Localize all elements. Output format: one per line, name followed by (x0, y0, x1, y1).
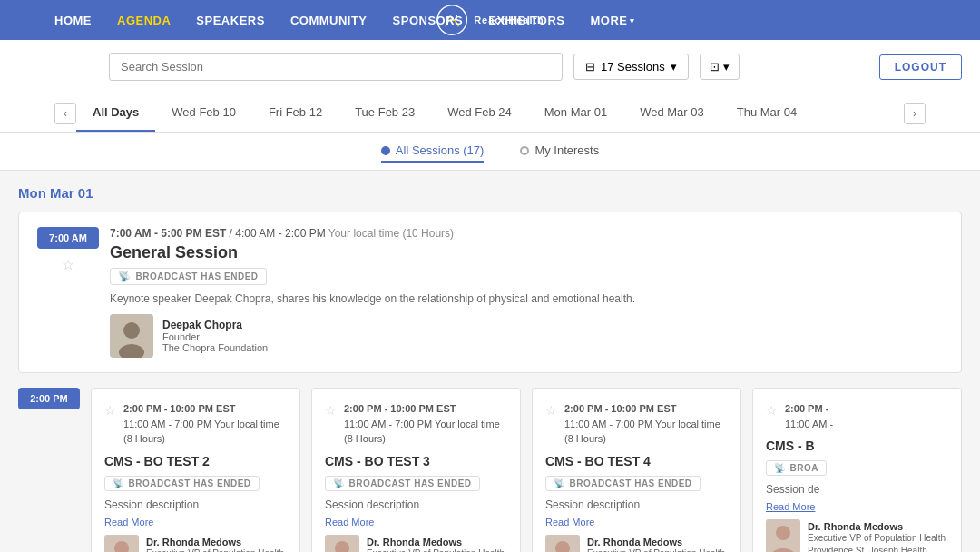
speaker-avatar-0 (104, 535, 139, 553)
navbar: ReachHealth HOME AGENDA SPEAKERS COMMUNI… (0, 0, 980, 40)
speaker-info-0: Dr. Rhonda Medows Executive VP of Popula… (146, 537, 284, 553)
session-card-header-1: ☆ 2:00 PM - 10:00 PM EST 11:00 AM - 7:00… (325, 401, 507, 447)
broadcast-badge-3: 📡 BROA (766, 460, 827, 476)
main-content: Mon Mar 01 7:00 AM ☆ 7:00 AM - 5:00 PM E… (0, 171, 980, 552)
speaker-avatar (110, 314, 153, 358)
nav-exhibitors[interactable]: EXHIBITORS (488, 14, 564, 27)
session-card-2: ☆ 2:00 PM - 10:00 PM EST 11:00 AM - 7:00… (532, 388, 741, 552)
broadcast-badge-1: 📡 BROADCAST HAS ENDED (325, 476, 480, 491)
broadcast-icon-3: 📡 (774, 463, 786, 473)
general-session-body: 7:00 AM - 5:00 PM EST / 4:00 AM - 2:00 P… (110, 227, 943, 358)
view-toggle-button[interactable]: ⊡ ▾ (700, 54, 740, 80)
tab-fri-feb-12[interactable]: Fri Feb 12 (252, 94, 338, 132)
session-desc-1: Session description (325, 498, 507, 511)
speaker-info-3: Dr. Rhonda Medows Executive VP of Popula… (808, 521, 946, 552)
nav-more[interactable]: MORE ▾ (590, 14, 635, 27)
session-star-1[interactable]: ☆ (325, 401, 337, 418)
speaker-avatar-img-0 (104, 535, 139, 553)
nav-agenda[interactable]: AGENDA (117, 14, 171, 27)
session-card-header-3: ☆ 2:00 PM - 11:00 AM - (766, 401, 948, 431)
general-session-card: 7:00 AM ☆ 7:00 AM - 5:00 PM EST / 4:00 A… (18, 212, 962, 373)
nav-links-left: HOME AGENDA SPEAKERS COMMUNITY SPONSORS … (54, 14, 635, 27)
speaker-avatar-image (110, 314, 153, 358)
chevron-down-icon: ▾ (630, 15, 635, 25)
speaker-row-2: Dr. Rhonda Medows Executive VP of Popula… (545, 535, 728, 553)
session-filter-tabs: All Sessions (17) My Interests (0, 133, 980, 171)
speaker-avatar-2 (545, 535, 580, 553)
prev-date-arrow[interactable]: ‹ (54, 103, 76, 124)
session-star-0[interactable]: ☆ (104, 401, 116, 418)
broadcast-icon-0: 📡 (113, 478, 124, 488)
broadcast-badge: 📡 BROADCAST HAS ENDED (110, 268, 267, 285)
nav-speakers[interactable]: SPEAKERS (196, 14, 265, 27)
session-card-title-0: CMS - BO TEST 2 (104, 454, 287, 468)
speaker-avatar-img-2 (545, 535, 580, 553)
session-card-title-1: CMS - BO TEST 3 (325, 454, 507, 468)
session-time-0: 2:00 PM - 10:00 PM EST 11:00 AM - 7:00 P… (123, 401, 279, 447)
next-date-arrow[interactable]: › (904, 103, 926, 124)
session-card-header-2: ☆ 2:00 PM - 10:00 PM EST 11:00 AM - 7:00… (545, 401, 728, 447)
session-desc-2: Session description (545, 498, 728, 511)
nav-community[interactable]: COMMUNITY (290, 14, 368, 27)
chevron-down-icon: ▾ (723, 60, 730, 74)
svg-point-14 (776, 526, 790, 540)
session-card-title-3: CMS - B (766, 439, 948, 453)
tab-wed-feb-10[interactable]: Wed Feb 10 (155, 94, 252, 132)
session-desc-3: Session de (766, 483, 948, 496)
tab-tue-feb-23[interactable]: Tue Feb 23 (338, 94, 431, 132)
session-star-3[interactable]: ☆ (766, 401, 778, 418)
read-more-1[interactable]: Read More (325, 517, 507, 527)
session-card-title-2: CMS - BO TEST 4 (545, 454, 728, 468)
tab-wed-feb-24[interactable]: Wed Feb 24 (431, 94, 528, 132)
search-wrap (109, 53, 563, 81)
tab-thu-mar-04[interactable]: Thu Mar 04 (720, 94, 813, 132)
general-session-star[interactable]: ☆ (62, 254, 74, 273)
session-time-1: 2:00 PM - 10:00 PM EST 11:00 AM - 7:00 P… (344, 401, 500, 447)
tab-my-interests[interactable]: My Interests (520, 140, 599, 163)
broadcast-icon-1: 📡 (333, 478, 345, 488)
tab-all-sessions[interactable]: All Sessions (17) (381, 140, 485, 163)
broadcast-badge-2: 📡 BROADCAST HAS ENDED (545, 476, 701, 491)
session-time-2: 2:00 PM - 10:00 PM EST 11:00 AM - 7:00 P… (564, 401, 720, 447)
filter-label: 17 Sessions (601, 60, 665, 74)
broadcast-badge-0: 📡 BROADCAST HAS ENDED (104, 476, 260, 491)
filter-button[interactable]: ⊟ 17 Sessions ▾ (573, 54, 689, 80)
nav-home[interactable]: HOME (54, 14, 92, 27)
general-session-time-row: 7:00 AM - 5:00 PM EST / 4:00 AM - 2:00 P… (110, 227, 943, 240)
grid-time-badge: 2:00 PM (18, 388, 80, 409)
speaker-row-0: Dr. Rhonda Medows Executive VP of Popula… (104, 535, 287, 553)
tab-all-days[interactable]: All Days (76, 94, 155, 132)
general-session-desc: Keynote speaker Deepak Chopra, shares hi… (110, 292, 943, 305)
session-card-header-0: ☆ 2:00 PM - 10:00 PM EST 11:00 AM - 7:00… (104, 401, 287, 447)
all-sessions-dot (381, 146, 390, 155)
search-input[interactable] (109, 53, 563, 81)
search-bar-area: ⊟ 17 Sessions ▾ ⊡ ▾ LOGOUT (0, 40, 980, 94)
filter-icon: ⊟ (585, 60, 595, 74)
logout-button[interactable]: LOGOUT (879, 54, 962, 80)
general-session-title: General Session (110, 243, 943, 262)
session-desc-0: Session description (104, 498, 287, 511)
date-heading: Mon Mar 01 (18, 185, 962, 201)
tab-mon-mar-01[interactable]: Mon Mar 01 (528, 94, 623, 132)
speaker-avatar-img-1 (325, 535, 359, 553)
grid-row: 2:00 PM ☆ 2:00 PM - 10:00 PM EST 11:00 A… (18, 388, 962, 552)
session-card-0: ☆ 2:00 PM - 10:00 PM EST 11:00 AM - 7:00… (91, 388, 300, 552)
speaker-row-1: Dr. Rhonda Medows Executive VP of Popula… (325, 535, 507, 553)
read-more-0[interactable]: Read More (104, 517, 287, 527)
date-tabs-area: ‹ All Days Wed Feb 10 Fri Feb 12 Tue Feb… (0, 94, 980, 133)
speaker-avatar-3 (766, 519, 800, 552)
speaker-info-1: Dr. Rhonda Medows Executive VP of Popula… (367, 537, 505, 553)
read-more-3[interactable]: Read More (766, 501, 948, 512)
session-card-3: ☆ 2:00 PM - 11:00 AM - CMS - B 📡 BROA Se… (752, 388, 962, 552)
my-interests-dot (520, 146, 529, 155)
date-tabs: All Days Wed Feb 10 Fri Feb 12 Tue Feb 2… (76, 94, 904, 132)
session-card-1: ☆ 2:00 PM - 10:00 PM EST 11:00 AM - 7:00… (311, 388, 521, 552)
svg-point-2 (123, 322, 140, 339)
grid-sessions: ☆ 2:00 PM - 10:00 PM EST 11:00 AM - 7:00… (91, 388, 962, 552)
speaker-info: Deepak Chopra Founder The Chopra Foundat… (162, 319, 268, 353)
read-more-2[interactable]: Read More (545, 517, 728, 527)
tab-wed-mar-03[interactable]: Wed Mar 03 (623, 94, 720, 132)
speaker-row: Deepak Chopra Founder The Chopra Foundat… (110, 314, 943, 358)
session-star-2[interactable]: ☆ (545, 401, 557, 418)
nav-sponsors[interactable]: SPONSORS (393, 14, 464, 27)
